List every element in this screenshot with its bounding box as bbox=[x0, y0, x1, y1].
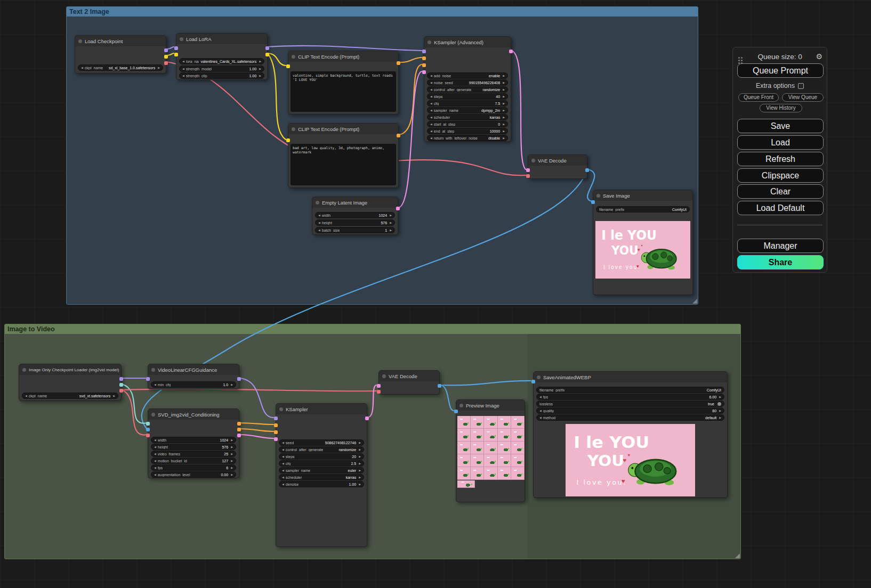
save-button[interactable]: Save bbox=[737, 119, 824, 133]
port-positive-input[interactable] bbox=[274, 423, 278, 427]
port-conditioning-output[interactable] bbox=[397, 61, 400, 65]
node-vae-decode-top[interactable]: VAE Decode bbox=[528, 154, 587, 179]
load-button[interactable]: Load bbox=[737, 135, 824, 150]
widget-return-with-leftover-noise[interactable]: return_with_leftover_noisedisable bbox=[427, 135, 508, 141]
widget-video-frames[interactable]: video_frames25 bbox=[151, 451, 236, 457]
widget-method[interactable]: methoddefault bbox=[536, 414, 724, 421]
port-negative-input[interactable] bbox=[422, 63, 426, 67]
node-graph-canvas[interactable]: Text 2 Image Image to Video bbox=[0, 0, 871, 588]
widget-height[interactable]: height576 bbox=[315, 219, 395, 226]
collapse-dot-icon[interactable] bbox=[531, 159, 535, 162]
port-samples-input[interactable] bbox=[526, 168, 530, 172]
port-clip-output[interactable] bbox=[164, 55, 168, 59]
port-vae-output[interactable] bbox=[164, 61, 168, 65]
port-negative-output[interactable] bbox=[237, 428, 241, 431]
port-clip-input[interactable] bbox=[174, 53, 178, 56]
collapse-dot-icon[interactable] bbox=[316, 201, 319, 205]
port-clip-vision-output[interactable] bbox=[119, 383, 123, 387]
port-conditioning-output[interactable] bbox=[397, 134, 400, 137]
widget-control-after-generate[interactable]: control_after_generaterandomize bbox=[427, 86, 508, 93]
port-model-input[interactable] bbox=[174, 46, 178, 50]
port-positive-input[interactable] bbox=[422, 56, 426, 60]
port-image-output[interactable] bbox=[438, 384, 441, 388]
port-image-output[interactable] bbox=[585, 168, 589, 172]
collapse-dot-icon[interactable] bbox=[428, 40, 431, 44]
port-model-input[interactable] bbox=[274, 416, 278, 420]
group-text2image-header[interactable]: Text 2 Image bbox=[67, 7, 698, 17]
widget-cfg[interactable]: cfg7.5 bbox=[427, 100, 508, 107]
group-resize-handle[interactable] bbox=[735, 553, 740, 558]
load-default-button[interactable]: Load Default bbox=[737, 201, 824, 215]
prompt-textarea[interactable]: bad art, low quality, 3d, photograph, an… bbox=[291, 144, 396, 185]
node-ksampler-advanced[interactable]: KSampler (Advanced) add_noiseenable nois… bbox=[424, 36, 511, 142]
widget-control-after-generate[interactable]: control_after_generaterandomize bbox=[279, 446, 364, 453]
node-empty-latent-image[interactable]: Empty Latent Image width1024 height576 b… bbox=[312, 197, 398, 235]
port-images-input[interactable] bbox=[591, 200, 595, 204]
widget-noise-seed[interactable]: noise_seed990155496226408 bbox=[427, 79, 508, 86]
widget-cfg[interactable]: cfg2.5 bbox=[279, 460, 364, 467]
port-images-input[interactable] bbox=[531, 380, 535, 383]
port-model-output[interactable] bbox=[119, 377, 123, 381]
widget-filename-prefix[interactable]: filename_prefixComfyUI bbox=[596, 206, 690, 213]
node-image-only-checkpoint-loader[interactable]: Image Only Checkpoint Loader (img2vid mo… bbox=[19, 364, 122, 401]
port-latent-input[interactable] bbox=[422, 70, 426, 74]
queue-prompt-button[interactable]: Queue Prompt bbox=[737, 63, 824, 78]
port-latent-input[interactable] bbox=[274, 437, 278, 441]
port-model-output[interactable] bbox=[265, 46, 269, 50]
widget-width[interactable]: width1024 bbox=[315, 212, 395, 218]
node-video-linear-cfg-guidance[interactable]: VideoLinearCFGGuidance min_cfg1.0 bbox=[148, 364, 239, 389]
node-clip-text-encode-positive[interactable]: CLIP Text Encode (Prompt) valentine, sim… bbox=[288, 51, 399, 115]
widget-augmentation-level[interactable]: augmentation_level0.00 bbox=[151, 471, 236, 478]
port-model-input[interactable] bbox=[422, 50, 426, 53]
port-negative-input[interactable] bbox=[274, 430, 278, 434]
collapse-dot-icon[interactable] bbox=[292, 127, 295, 131]
collapse-dot-icon[interactable] bbox=[180, 37, 183, 41]
widget-min-cfg[interactable]: min_cfg1.0 bbox=[151, 381, 236, 388]
widget-end-at-step[interactable]: end_at_step10000 bbox=[427, 128, 508, 134]
widget-width[interactable]: width1024 bbox=[151, 437, 236, 443]
widget-add-noise[interactable]: add_noiseenable bbox=[427, 72, 508, 79]
port-positive-output[interactable] bbox=[237, 422, 241, 426]
widget-batch-size[interactable]: batch_size1 bbox=[315, 227, 395, 233]
collapse-dot-icon[interactable] bbox=[22, 368, 26, 372]
port-clip-input[interactable] bbox=[286, 138, 290, 142]
widget-fps[interactable]: fps6.00 bbox=[536, 394, 724, 400]
view-queue-button[interactable]: View Queue bbox=[782, 93, 824, 102]
queue-front-button[interactable]: Queue Front bbox=[738, 93, 779, 102]
widget-sampler-name[interactable]: sampler_namedpmpp_2m bbox=[427, 107, 508, 113]
node-load-checkpoint[interactable]: Load Checkpoint ckpt_name sd_xl_base_1.0… bbox=[75, 35, 166, 74]
gear-icon[interactable]: ⚙ bbox=[816, 52, 822, 61]
collapse-dot-icon[interactable] bbox=[151, 413, 155, 416]
node-load-lora[interactable]: Load LoRA lora_name valentines_Cards_XL.… bbox=[176, 33, 268, 80]
widget-steps[interactable]: steps20 bbox=[279, 453, 364, 460]
widget-sampler-name[interactable]: sampler_nameeuler bbox=[279, 467, 364, 473]
clear-button[interactable]: Clear bbox=[737, 184, 824, 199]
port-vae-output[interactable] bbox=[119, 389, 123, 393]
widget-filename-prefix[interactable]: filename_prefixComfyUI bbox=[536, 387, 724, 393]
port-clip-vision-input[interactable] bbox=[146, 422, 150, 426]
port-clip-input[interactable] bbox=[286, 64, 290, 68]
group-image2video-header[interactable]: Image to Video bbox=[5, 324, 740, 334]
port-init-image-input[interactable] bbox=[146, 428, 150, 431]
widget-start-at-step[interactable]: start_at_step0 bbox=[427, 121, 508, 127]
widget-ckpt-name[interactable]: ckpt_namesvd_xt.safetensors bbox=[22, 393, 118, 399]
port-samples-input[interactable] bbox=[377, 384, 381, 388]
widget-fps[interactable]: fps6 bbox=[151, 464, 236, 471]
widget-quality[interactable]: quality80 bbox=[536, 407, 724, 414]
port-latent-output[interactable] bbox=[509, 50, 513, 53]
clipspace-button[interactable]: Clipspace bbox=[737, 168, 824, 183]
widget-steps[interactable]: steps40 bbox=[427, 93, 508, 100]
port-latent-output[interactable] bbox=[237, 434, 241, 437]
collapse-dot-icon[interactable] bbox=[537, 375, 541, 379]
port-latent-output[interactable] bbox=[396, 207, 400, 210]
toggle-dot-icon[interactable] bbox=[717, 402, 721, 406]
manager-button[interactable]: Manager bbox=[737, 239, 824, 253]
view-history-button[interactable]: View History bbox=[760, 104, 802, 112]
node-clip-text-encode-negative[interactable]: CLIP Text Encode (Prompt) bad art, low q… bbox=[288, 123, 399, 188]
collapse-dot-icon[interactable] bbox=[151, 368, 155, 372]
port-clip-output[interactable] bbox=[265, 53, 269, 56]
widget-scheduler[interactable]: schedulerkarras bbox=[279, 474, 364, 480]
port-vae-input[interactable] bbox=[146, 434, 150, 437]
share-button[interactable]: Share bbox=[737, 255, 824, 270]
widget-seed[interactable]: seed508627498122746 bbox=[279, 439, 364, 446]
